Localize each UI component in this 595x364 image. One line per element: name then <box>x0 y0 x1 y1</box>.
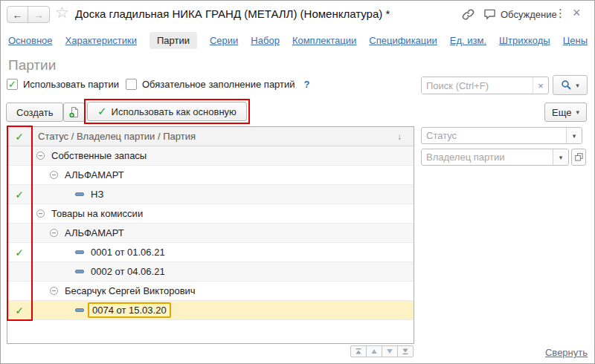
row-label-cell[interactable]: Бесарчук Сергей Викторович <box>32 282 414 300</box>
favorite-star-icon[interactable]: ☆ <box>55 4 69 22</box>
row-label-cell[interactable]: Товары на комиссии <box>32 204 414 223</box>
table-row[interactable]: Собственные запасы <box>7 146 414 166</box>
get-link-icon[interactable] <box>462 8 475 21</box>
create-button[interactable]: Создать <box>6 103 63 122</box>
tree-collapse-icon <box>36 152 45 160</box>
use-batches-checkbox[interactable]: ✓ Использовать партии <box>7 79 119 90</box>
status-filter-placeholder: Статус <box>422 128 566 143</box>
chevron-down-icon: ▾ <box>576 82 579 89</box>
search-clear-icon[interactable]: × <box>533 77 548 94</box>
row-main-flag-cell <box>7 204 32 223</box>
table-more-button[interactable]: Еще ▾ <box>544 103 587 122</box>
table-header-row[interactable]: ✓ Статус / Владелец партии / Партия ↓ <box>7 127 414 146</box>
search-input[interactable] <box>422 77 533 94</box>
row-main-flag-cell: ✓ <box>7 185 32 204</box>
use-batches-label: Использовать партии <box>23 79 119 90</box>
tab-комплектации[interactable]: Комплектации <box>292 32 356 49</box>
tree-collapse-icon <box>36 209 45 218</box>
table-row[interactable]: 0002 от 04.06.21 <box>7 262 414 282</box>
tab-серии[interactable]: Серии <box>210 32 238 49</box>
batch-leaf-icon <box>75 192 84 196</box>
history-nav-group: ← → <box>7 6 50 23</box>
titlebar: ← → ☆ Доска гладильная НИКА ГРАНД (МЕТАЛ… <box>1 1 594 27</box>
create-by-copy-button[interactable] <box>63 103 85 122</box>
table-row[interactable]: АЛЬФАМАРТ <box>7 166 414 185</box>
row-text: НЗ <box>91 189 103 200</box>
go-first-button[interactable] <box>350 345 367 357</box>
status-dropdown-button[interactable]: ▾ <box>566 128 582 143</box>
tab-ед. изм.[interactable]: Ед. изм. <box>450 32 486 49</box>
status-filter-combo[interactable]: Статус ▾ <box>421 127 582 144</box>
copy-document-icon <box>68 106 80 118</box>
tab-спецификации[interactable]: Спецификации <box>369 32 437 49</box>
owner-filter-placeholder: Владелец партии <box>422 149 553 165</box>
choose-from-list-icon <box>575 153 583 161</box>
tab-основное[interactable]: Основное <box>8 32 53 49</box>
row-text: Бесарчук Сергей Викторович <box>65 285 196 296</box>
collapse-link[interactable]: Свернуть <box>545 347 588 358</box>
use-as-main-button[interactable]: ✓ Использовать как основную <box>87 102 247 121</box>
tree-collapse-icon <box>50 229 58 237</box>
row-main-flag-cell <box>7 282 32 300</box>
discussion-bubble-icon[interactable] <box>483 8 496 21</box>
check-icon: ✓ <box>97 105 107 118</box>
go-up-button[interactable] <box>366 345 382 357</box>
chevron-down-icon: ▾ <box>576 108 579 116</box>
annotation-highlight-box: ✓ Использовать как основную <box>84 99 250 124</box>
search-button[interactable]: ▾ <box>553 75 588 95</box>
row-text: 0074 от 15.03.20 <box>88 302 171 318</box>
go-last-button[interactable] <box>397 345 414 357</box>
chevron-down-icon: ▾ <box>559 154 563 161</box>
more-label: Еще <box>552 107 571 118</box>
checkbox-box[interactable] <box>126 79 137 90</box>
row-text: Собственные запасы <box>51 150 147 161</box>
options-row: ✓ Использовать партии Обязательное запол… <box>7 79 310 90</box>
row-label-cell[interactable]: НЗ <box>32 185 414 204</box>
required-fill-checkbox[interactable]: Обязательное заполнение партий <box>126 79 295 90</box>
discussion-link[interactable]: Обсуждение <box>501 9 557 20</box>
back-button[interactable]: ← <box>7 7 28 22</box>
object-form-window: ← → ☆ Доска гладильная НИКА ГРАНД (МЕТАЛ… <box>0 0 595 364</box>
owner-choose-button[interactable] <box>571 149 586 166</box>
row-main-flag-cell <box>7 166 32 184</box>
tree-collapse-icon <box>50 287 58 295</box>
tab-характеристики[interactable]: Характеристики <box>65 32 137 49</box>
more-menu-icon[interactable]: ⋮ <box>555 7 566 20</box>
table-header-label[interactable]: Статус / Владелец партии / Партия <box>32 131 397 142</box>
tab-active-партии[interactable]: Партии <box>149 32 197 49</box>
row-main-flag-cell <box>7 146 32 165</box>
row-text: АЛЬФАМАРТ <box>65 169 124 181</box>
tabs-bar: ОсновноеХарактеристикиПартииСерииНаборКо… <box>8 32 590 49</box>
row-label-cell[interactable]: Собственные запасы <box>32 146 414 165</box>
row-label-cell[interactable]: 0001 от 01.06.21 <box>32 243 414 261</box>
tab-набор[interactable]: Набор <box>251 32 280 49</box>
table-row[interactable]: ✓ НЗ <box>7 185 414 204</box>
table-row[interactable]: Товары на комиссии <box>7 204 414 224</box>
main-batch-check-icon: ✓ <box>15 305 24 316</box>
owner-dropdown-button[interactable]: ▾ <box>553 149 568 165</box>
tab-цены[interactable]: Цены <box>563 32 588 49</box>
tab-штрихкоды[interactable]: Штрихкоды <box>499 32 550 49</box>
owner-filter-combo[interactable]: Владелец партии ▾ <box>421 149 569 166</box>
row-label-cell[interactable]: 0074 от 15.03.20 <box>32 301 414 319</box>
close-icon[interactable]: × <box>573 5 581 21</box>
help-link[interactable]: ? <box>304 79 310 90</box>
go-down-button[interactable] <box>382 345 398 357</box>
row-label-cell[interactable]: АЛЬФАМАРТ <box>32 166 414 184</box>
main-batch-check-icon: ✓ <box>15 189 24 201</box>
table-row[interactable]: АЛЬФАМАРТ <box>7 224 414 243</box>
forward-button[interactable]: → <box>28 7 49 22</box>
use-as-main-label: Использовать как основную <box>112 106 237 117</box>
table-row[interactable]: ✓ 0074 от 15.03.20 <box>7 301 414 320</box>
table-row[interactable]: Бесарчук Сергей Викторович <box>7 282 414 301</box>
row-text: 0001 от 01.06.21 <box>91 247 165 258</box>
batches-table: ✓ Статус / Владелец партии / Партия ↓ Со… <box>7 126 414 344</box>
row-label-cell[interactable]: АЛЬФАМАРТ <box>32 224 414 242</box>
row-label-cell[interactable]: 0002 от 04.06.21 <box>32 262 414 281</box>
row-text: 0002 от 04.06.21 <box>91 266 165 277</box>
row-main-flag-cell <box>7 224 32 242</box>
checkbox-box[interactable]: ✓ <box>7 79 18 90</box>
table-row[interactable]: ✓ 0001 от 01.06.21 <box>7 243 414 262</box>
main-flag-column-header[interactable]: ✓ <box>7 127 32 146</box>
table-body: Собственные запасы АЛЬФАМАРТ ✓ НЗ <box>7 146 414 320</box>
